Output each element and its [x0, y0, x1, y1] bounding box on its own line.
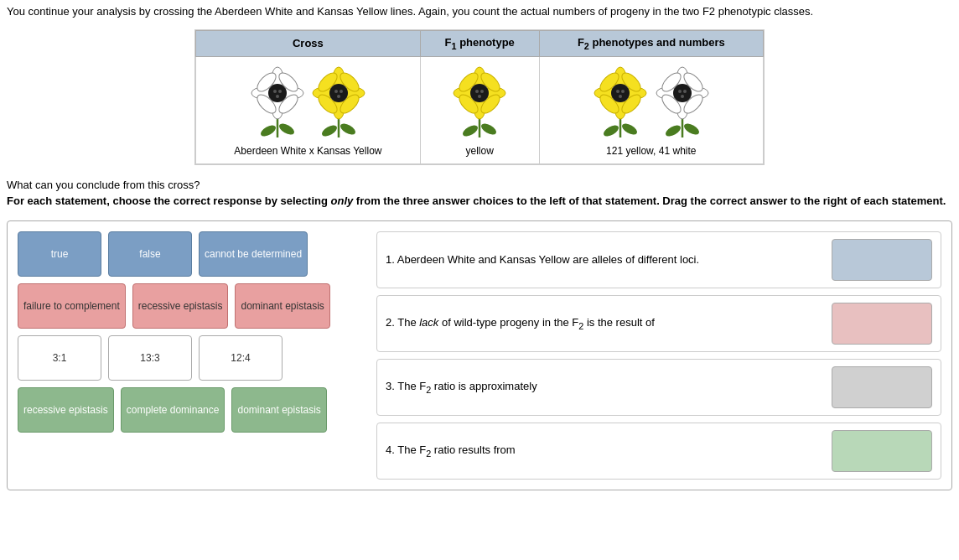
svg-point-1 — [258, 122, 277, 138]
svg-point-32 — [480, 121, 498, 137]
statements-area: 1. Aberdeen White and Kansas Yellow are … — [376, 231, 941, 480]
drop-box-4[interactable] — [832, 430, 932, 472]
svg-point-16 — [320, 122, 339, 138]
svg-point-2 — [277, 121, 295, 137]
btn-complete-dominance[interactable]: complete dominance — [121, 387, 225, 433]
svg-point-27 — [334, 90, 338, 93]
statement-row-3: 3. The F2 ratio is approximately — [376, 359, 941, 416]
svg-point-13 — [278, 90, 282, 93]
statement-1-text: 1. Aberdeen White and Kansas Yellow are … — [386, 253, 823, 266]
statement-row-1: 1. Aberdeen White and Kansas Yellow are … — [376, 231, 941, 288]
btn-3-1[interactable]: 3:1 — [18, 335, 101, 381]
svg-point-29 — [337, 95, 340, 98]
f2-cell: 121 yellow, 41 white — [539, 56, 763, 163]
statement-row-4: 4. The F2 ratio results from — [376, 423, 941, 480]
drag-area: true false cannot be determined failure … — [7, 220, 952, 490]
svg-point-61 — [663, 122, 682, 138]
btn-recessive-epistasis-row4[interactable]: recessive epistasis — [18, 387, 114, 433]
f2-label: 121 yellow, 41 white — [548, 145, 754, 157]
svg-point-28 — [340, 90, 343, 93]
statement-row-2: 2. The lack of wild-type progeny in the … — [376, 295, 941, 352]
answer-row-4: recessive epistasis complete dominance d… — [18, 387, 370, 433]
btn-cannot-be-determined[interactable]: cannot be determined — [199, 231, 308, 277]
svg-point-46 — [602, 122, 620, 138]
intro-text: You continue your analysis by crossing t… — [0, 0, 959, 23]
svg-point-56 — [611, 84, 630, 102]
aberdeen-white-flower — [248, 64, 307, 139]
svg-point-58 — [621, 90, 625, 93]
svg-point-59 — [619, 95, 622, 98]
f1-flower — [450, 64, 509, 139]
cross-table: Cross F1 phenotype F2 phenotypes and num… — [195, 30, 764, 164]
answer-row-1: true false cannot be determined — [18, 231, 370, 277]
kansas-yellow-flower — [309, 64, 368, 139]
svg-point-57 — [616, 90, 619, 93]
f1-label: yellow — [429, 145, 531, 157]
svg-point-41 — [470, 84, 489, 102]
statement-4-text: 4. The F2 ratio results from — [386, 443, 823, 459]
drop-box-3[interactable] — [832, 366, 932, 408]
svg-point-31 — [461, 122, 480, 138]
statement-2-text: 2. The lack of wild-type progeny in the … — [386, 316, 823, 331]
cross-label: Aberdeen White x Kansas Yellow — [205, 145, 412, 157]
btn-recessive-epistasis-row2[interactable]: recessive epistasis — [132, 283, 229, 329]
svg-point-43 — [480, 90, 484, 93]
svg-point-26 — [329, 84, 348, 102]
btn-13-3[interactable]: 13:3 — [108, 335, 192, 381]
drop-box-2[interactable] — [832, 303, 932, 345]
svg-point-47 — [620, 121, 639, 137]
btn-dominant-epistasis-row2[interactable]: dominant epistasis — [235, 283, 329, 329]
question1-text: What can you conclude from this cross? — [7, 179, 952, 191]
svg-point-44 — [478, 95, 481, 98]
svg-point-11 — [268, 84, 287, 102]
question-section: What can you conclude from this cross? F… — [0, 172, 959, 214]
f1-cell: yellow — [420, 56, 539, 163]
cross-table-container: Cross F1 phenotype F2 phenotypes and num… — [194, 29, 765, 165]
svg-point-14 — [276, 95, 279, 98]
btn-failure-to-complement[interactable]: failure to complement — [18, 283, 126, 329]
svg-point-71 — [673, 84, 692, 102]
drop-box-1[interactable] — [832, 239, 932, 281]
btn-dominant-epistasis-row4[interactable]: dominant epistasis — [231, 387, 326, 433]
cross-cell: Aberdeen White x Kansas Yellow — [196, 56, 421, 163]
btn-12-4[interactable]: 12:4 — [199, 335, 283, 381]
svg-point-72 — [678, 90, 682, 93]
question2-text: For each statement, choose the correct r… — [7, 194, 952, 207]
btn-true[interactable]: true — [18, 231, 101, 277]
f2-white-flower — [653, 64, 712, 139]
f2-yellow-flower — [591, 64, 650, 139]
svg-point-12 — [273, 90, 277, 93]
svg-point-74 — [681, 95, 684, 98]
cross-header: Cross — [196, 31, 421, 57]
svg-point-62 — [682, 121, 700, 137]
svg-point-73 — [683, 90, 687, 93]
statement-3-text: 3. The F2 ratio is approximately — [386, 380, 823, 395]
answer-row-3: 3:1 13:3 12:4 — [18, 335, 370, 381]
answer-choices-panel: true false cannot be determined failure … — [18, 231, 370, 480]
answer-row-2: failure to complement recessive epistasi… — [18, 283, 370, 329]
svg-point-42 — [475, 90, 479, 93]
f2-header: F2 phenotypes and numbers — [539, 31, 763, 57]
f1-header: F1 phenotype — [420, 31, 539, 57]
svg-point-17 — [339, 121, 357, 137]
btn-false[interactable]: false — [108, 231, 192, 277]
